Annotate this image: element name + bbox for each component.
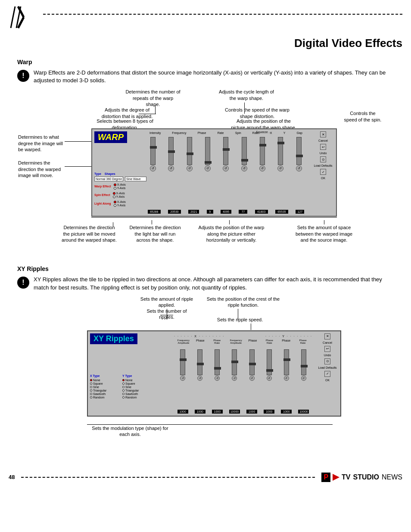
cancel-label: Cancel [318, 139, 328, 142]
load-defaults-icon[interactable]: ⊙ [320, 156, 326, 162]
warp-col-headers: Intensity Frequency Phase Rate Spin Rate… [144, 131, 308, 134]
warp-section: Warp ! Warp Effects are 2-D deformations… [17, 59, 394, 257]
ann-warp-pos-line [229, 220, 230, 224]
svg-line-3 [18, 17, 24, 28]
ann-warp-speed: Controls the speed of the warp shape dis… [225, 107, 290, 119]
footer-triangle-icon [332, 473, 340, 482]
warp-effect-row: Warp Effect X-Axis Y-Axis [94, 183, 126, 190]
spin-effect-radios: X-Axis Y-Axis [113, 192, 125, 198]
footer-p: P [321, 473, 330, 482]
slider-spin: ↺ [223, 137, 229, 171]
ann-distortion-hline [139, 114, 156, 114]
undo-icon[interactable]: ↩ [320, 144, 326, 150]
xy-load-defaults-icon[interactable]: ⊙ [324, 358, 330, 364]
ann-spin-speed: Controls the speed of the spin. [343, 110, 382, 123]
xy-note-text: XY Ripples allows the tile to be rippled… [34, 276, 394, 291]
x-type-label: X Type [90, 374, 100, 377]
y-type-label: Y Type [122, 374, 132, 377]
xy-gui-panel: XY Ripples · · · · · · X · · · · · · · ·… [87, 330, 341, 417]
ann-warp-position: Adjusts the position of the warp along t… [195, 224, 268, 243]
ann-light-bar-line [152, 220, 152, 224]
warp-panel-title: WARP [94, 131, 127, 143]
xy-load-defaults-label: Load Defaults [317, 366, 338, 369]
header-dashed-line [43, 14, 402, 15]
xy-bottom-bracket [87, 424, 333, 425]
ok-label: OK [321, 177, 325, 180]
ann-direction: Determines the direction the warped imag… [18, 160, 63, 178]
xy-ok-label: OK [325, 379, 330, 382]
bottom-bracket-line [91, 217, 337, 218]
load-defaults-label: Load Defaults [312, 164, 334, 167]
ann-ripple-speed-line [251, 324, 251, 330]
ann-space-line [324, 220, 324, 224]
ann-ripple-amount: Sets the amount of ripple applied. [139, 296, 195, 308]
ann-distortion: Adjusts the degree of distortion that is… [95, 107, 159, 119]
cancel-icon[interactable]: ✕ [320, 131, 326, 137]
svg-marker-4 [333, 474, 339, 481]
footer-tv: TV [342, 473, 350, 481]
xy-section-title: XY Ripples [17, 265, 394, 272]
squeeze-label: Squeeze ... [256, 131, 271, 134]
slider-frequency: ↺ [168, 137, 174, 171]
xy-note-icon: ! [17, 277, 29, 289]
xy-diagram: Sets the amount of ripple applied. Sets … [18, 296, 393, 464]
xy-undo-label: Undo [324, 354, 331, 357]
xy-ok-icon[interactable]: ✓ [324, 371, 330, 377]
ann-ripple-speed: Sets the ripple speed. [212, 317, 268, 323]
warp-gui-panel: WARP Intensity Frequency Phase Rate Spin… [91, 128, 337, 217]
ann-degree-hline [65, 141, 91, 142]
slider-gap: ↺ [296, 137, 302, 171]
type-shapes-selects: Normal 360 Degree Sine Wave [94, 177, 146, 181]
ann-pic-dir-line [113, 222, 113, 227]
slider-sx: ↺ [259, 137, 265, 171]
ann-num-ripples-line [160, 315, 173, 315]
logo-area [9, 4, 43, 30]
slider-phase: ↺ [187, 137, 193, 171]
footer-logo: P TV STUDIO NEWS [321, 473, 402, 482]
page-number: 48 [9, 474, 15, 480]
light-along-radios: X-Axis Y-Axis [114, 200, 126, 207]
xy-buttons: ✕ Cancel ↩ Undo ⊙ Load Defaults ✓ OK [317, 333, 338, 382]
main-content: Warp ! Warp Effects are 2-D deformations… [0, 59, 411, 464]
footer-news-text: NEWS [382, 473, 402, 481]
ann-degree: Determines to what degree the image will… [18, 134, 63, 152]
note-icon: ! [17, 70, 29, 82]
ok-icon[interactable]: ✓ [320, 169, 326, 175]
warp-effect-radios: X-Axis Y-Axis [114, 183, 126, 190]
warp-section-title: Warp [17, 59, 394, 65]
warp-note: ! Warp Effects are 2-D deformations that… [17, 69, 394, 84]
spin-effect-row: Spin Effect X-Axis Y-Axis [94, 192, 125, 198]
light-along-row: Light Along X-Axis Y-Axis [94, 200, 126, 207]
warp-sliders: ↺ ↺ ↺ [144, 137, 308, 171]
xy-panel-title: XY Ripples [90, 333, 137, 344]
ann-crest: Sets the position of the crest of the ri… [206, 296, 281, 308]
warp-values-row: 65288 20530 2021 9 4095 77 41803 65535 1… [144, 210, 308, 214]
svg-line-0 [11, 6, 15, 28]
xy-cancel-label: Cancel [323, 341, 332, 344]
y-type-options: None Square Sine Triangular Sawtooth Ran… [122, 379, 139, 399]
xy-undo-icon[interactable]: ↩ [324, 346, 330, 352]
undo-label: Undo [320, 152, 327, 155]
x-type-options: None Square Sine Triangular Sawtooth Ran… [90, 379, 106, 399]
xy-sliders: ↺ ↺ ↺ ↺ ↺ [174, 348, 312, 381]
page-header [0, 0, 411, 30]
footer-dashes [21, 477, 315, 478]
type-shapes-row: Type Shapes [94, 172, 115, 175]
xy-cancel-icon[interactable]: ✕ [324, 333, 330, 339]
footer: 48 P TV STUDIO NEWS [0, 468, 411, 486]
warp-note-text: Warp Effects are 2-D deformations that d… [34, 69, 394, 84]
ann-num-ripples: Sets the number of ripples. [139, 308, 195, 320]
ann-repeats: Determines the number of repeats of the … [125, 89, 181, 107]
xy-note: ! XY Ripples allows the tile to be rippl… [17, 276, 394, 291]
footer-studio-text: STUDIO [353, 473, 379, 481]
warp-buttons: ✕ Cancel ↩ Undo ⊙ Load Defaults ✓ OK [312, 131, 334, 180]
ann-pic-direction: Determines the direction the picture wil… [61, 224, 117, 243]
ann-space: Sets the amount of space between the war… [294, 224, 354, 243]
slider-rate: ↺ [205, 137, 211, 171]
page-title: Digital Video Effects [0, 30, 411, 54]
warp-diagram: Determines the number of repeats of the … [18, 89, 393, 257]
slider-sy: ↺ [277, 137, 283, 171]
slider-intensity: ↺ [150, 137, 156, 171]
slider-rate2: ↺ [241, 137, 247, 171]
ann-cycle: Adjusts the cycle length of the warp sha… [216, 89, 277, 101]
